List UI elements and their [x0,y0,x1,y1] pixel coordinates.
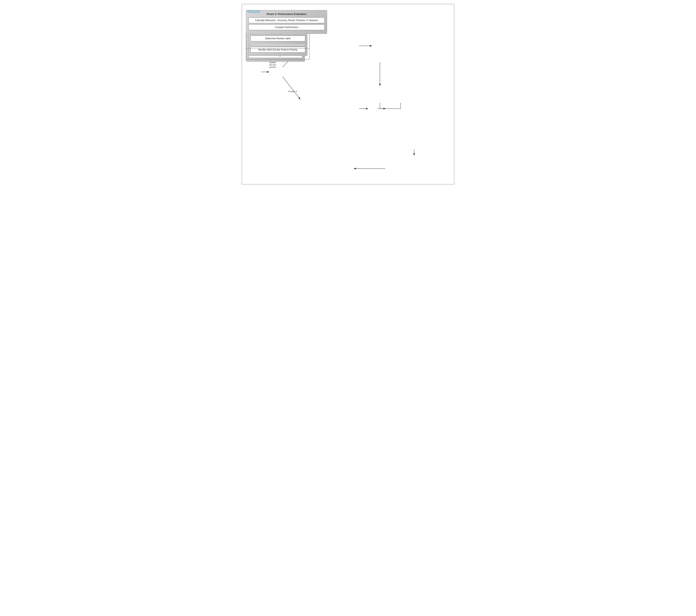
cyl-top-pr [247,10,260,13]
diagram: Portion1 Portion 2 Splitted into two por… [246,10,451,178]
phase5-step-2: Compare Performance [249,25,325,30]
svg-text:Portion 2: Portion 2 [288,90,297,93]
svg-line-2 [283,77,300,99]
svg-text:portions: portions [269,66,276,68]
phase5-title: Phase 5: Performance Evaluation [249,13,325,15]
svg-text:into two: into two [269,64,276,66]
diagram-container: Portion1 Portion 2 Splitted into two por… [242,4,454,185]
phase4-step-2: Determine Review Label [250,35,305,42]
phase5-step-1: Calculate Measures : Accuracy, Recall, P… [249,17,325,23]
phase5-box: Phase 5: Performance Evaluation Calculat… [246,10,327,34]
svg-text:Splitted: Splitted [269,62,276,64]
